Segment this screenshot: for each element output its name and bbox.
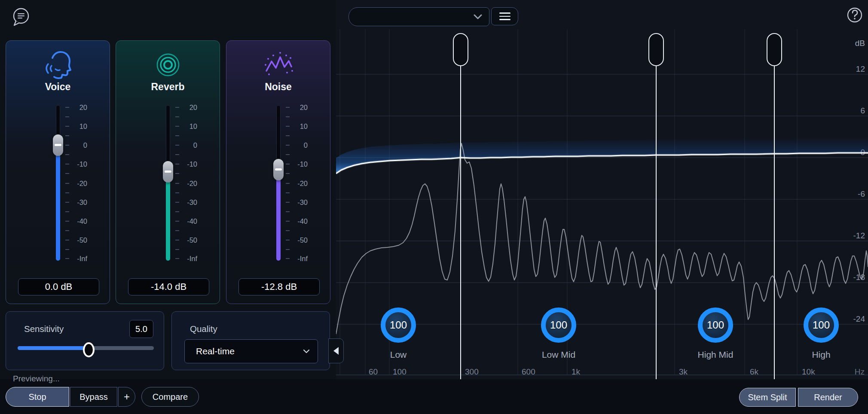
fader-tick-label: 20 xyxy=(300,103,308,111)
stem-split-button[interactable]: Stem Split xyxy=(739,388,796,407)
fader-tick xyxy=(175,211,179,212)
fader-tick xyxy=(65,135,69,136)
stop-button[interactable]: Stop xyxy=(6,387,69,407)
fader-tick xyxy=(175,116,179,117)
fader-tick-label: 0 xyxy=(83,141,87,149)
stem-title-reverb: Reverb xyxy=(116,81,220,93)
db-tick-label: 6 xyxy=(860,106,865,115)
sensitivity-slider[interactable] xyxy=(18,346,154,350)
db-axis-unit: dB xyxy=(855,39,865,48)
preset-menu-button[interactable] xyxy=(491,7,518,25)
band-label: High Mid xyxy=(698,350,734,360)
fader-tick-label: -10 xyxy=(187,160,197,168)
fader-tick-label: 10 xyxy=(300,122,308,130)
fader-tick xyxy=(175,164,179,164)
fader-tick-label: -20 xyxy=(77,179,87,187)
stem-panel-reverb: Reverb 20100-10-20-30-40-50-Inf -14.0 dB xyxy=(116,40,220,304)
render-button[interactable]: Render xyxy=(798,388,858,407)
fader-tick xyxy=(175,221,179,222)
fader-tick xyxy=(286,249,290,250)
fader-tick-label: 10 xyxy=(189,122,197,130)
stem-title-noise: Noise xyxy=(226,81,330,93)
voice-gain-value[interactable]: 0.0 dB xyxy=(18,278,99,295)
panel-collapse-tab[interactable] xyxy=(328,338,344,363)
voice-fader-handle[interactable] xyxy=(53,134,63,156)
frequency-tick-label: 600 xyxy=(522,367,535,376)
fader-tick xyxy=(175,240,179,240)
speech-bubble-icon xyxy=(10,6,32,28)
fader-tick xyxy=(286,107,290,108)
band-knob-high-mid[interactable]: 100 xyxy=(698,307,733,343)
band-divider-handle[interactable] xyxy=(453,33,468,66)
quality-dropdown-value: Real-time xyxy=(185,346,303,356)
fader-tick-label: -Inf xyxy=(187,255,197,263)
band-divider-handle[interactable] xyxy=(767,33,782,66)
spectrum-pane: 1260-6-12-18-24dB601003006001k3k6k10kHz … xyxy=(336,0,868,379)
fader-tick xyxy=(175,135,179,136)
fader-tick xyxy=(286,145,290,146)
reverb-gain-value[interactable]: -14.0 dB xyxy=(128,278,209,295)
noise-wave-icon xyxy=(260,48,296,84)
fader-tick-label: -50 xyxy=(187,236,197,244)
frequency-tick-label: 100 xyxy=(393,367,406,376)
frequency-tick-label: 60 xyxy=(369,367,378,376)
fader-tick xyxy=(65,183,69,184)
reverb-fader-handle[interactable] xyxy=(163,161,173,183)
band-knob-low[interactable]: 100 xyxy=(381,307,416,343)
fader-tick xyxy=(286,240,290,240)
sensitivity-value[interactable]: 5.0 xyxy=(129,320,153,338)
fader-tick-label: -50 xyxy=(297,236,308,244)
band-divider-handle[interactable] xyxy=(649,33,663,66)
fader-tick xyxy=(286,173,290,174)
band-label: High xyxy=(812,350,830,360)
preset-dropdown[interactable] xyxy=(348,7,489,26)
db-tick-label: -12 xyxy=(853,231,865,240)
noise-fader-fill xyxy=(276,170,281,261)
fader-tick-label: -50 xyxy=(77,236,87,244)
fader-tick-label: -30 xyxy=(187,198,197,206)
frequency-tick-label: 6k xyxy=(750,367,759,376)
fader-tick-label: 20 xyxy=(79,103,87,111)
fader-tick-label: -10 xyxy=(77,160,87,168)
quality-label: Quality xyxy=(190,324,217,334)
fader-tick xyxy=(286,135,290,136)
fader-tick xyxy=(286,192,290,193)
fader-tick xyxy=(65,173,69,174)
fader-tick xyxy=(286,230,290,231)
chevron-down-icon xyxy=(303,349,310,353)
quality-panel: Quality Real-time xyxy=(171,311,330,370)
fader-tick xyxy=(175,173,179,174)
quality-dropdown[interactable]: Real-time xyxy=(184,339,318,363)
fader-tick xyxy=(65,145,69,146)
noise-fader-handle[interactable] xyxy=(273,159,284,180)
fader-tick-label: -20 xyxy=(187,179,197,187)
fader-tick xyxy=(286,211,290,212)
fader-tick xyxy=(175,183,179,184)
fader-tick xyxy=(65,202,69,203)
sensitivity-slider-knob[interactable] xyxy=(83,342,95,357)
band-knob-low-mid[interactable]: 100 xyxy=(541,307,576,343)
fader-tick xyxy=(175,126,179,127)
sensitivity-label: Sensitivity xyxy=(24,324,64,334)
fader-tick xyxy=(65,221,69,222)
noise-gain-value[interactable]: -12.8 dB xyxy=(238,278,320,295)
band-knob-high[interactable]: 100 xyxy=(804,307,839,343)
help-button[interactable] xyxy=(842,4,862,25)
fader-tick xyxy=(286,154,290,155)
fader-tick xyxy=(286,183,290,184)
bypass-button[interactable]: Bypass xyxy=(70,387,117,407)
fader-tick-label: -10 xyxy=(297,160,308,168)
stem-panel-voice: Voice 20100-10-20-30-40-50-Inf 0.0 dB xyxy=(6,40,110,304)
fader-tick-label: 0 xyxy=(193,141,197,149)
feedback-button[interactable] xyxy=(8,5,29,27)
fader-tick xyxy=(65,164,69,164)
fader-tick xyxy=(286,221,290,222)
frequency-axis-unit: Hz xyxy=(855,367,865,376)
fader-tick xyxy=(65,126,69,127)
fader-tick xyxy=(175,145,179,146)
compare-button[interactable]: Compare xyxy=(141,387,199,407)
fader-tick xyxy=(65,116,69,117)
fader-tick xyxy=(175,249,179,250)
fader-tick xyxy=(65,230,69,231)
fader-tick-label: -40 xyxy=(297,217,308,225)
